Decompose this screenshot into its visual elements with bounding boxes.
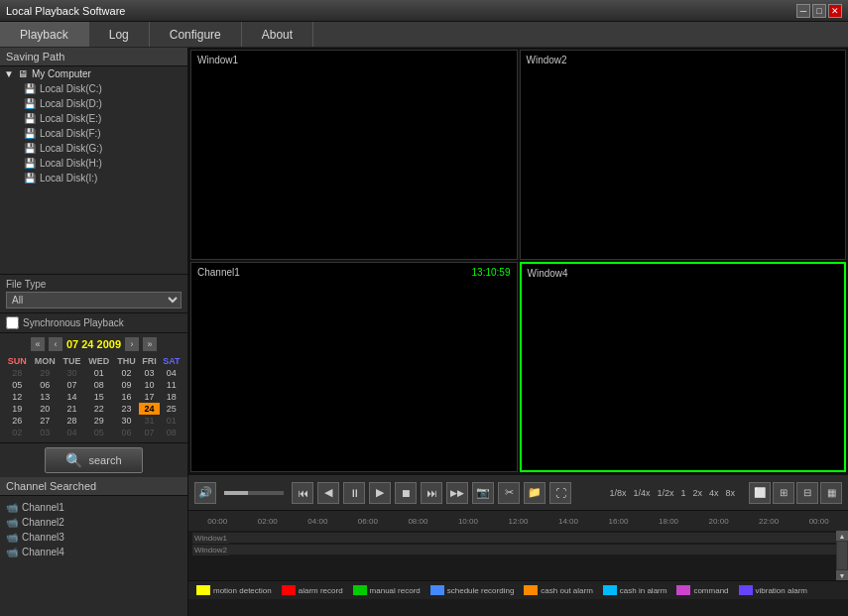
minimize-button[interactable]: ─ — [796, 4, 810, 18]
channel3-item[interactable]: 📹 Channel3 — [6, 530, 182, 545]
layout-quad[interactable]: ⊞ — [773, 482, 794, 504]
menu-log[interactable]: Log — [89, 22, 150, 47]
cal-prev-prev[interactable]: « — [31, 337, 45, 351]
slow-button[interactable]: ▶▶ — [446, 482, 468, 504]
search-button[interactable]: 🔍 search — [45, 447, 142, 473]
clip-button[interactable]: ✂ — [498, 482, 520, 504]
cal-day[interactable]: 16 — [114, 391, 140, 403]
step-forward-button[interactable]: ⏭ — [421, 482, 442, 504]
disk-g[interactable]: 💾 Local Disk(G:) — [0, 141, 187, 156]
cal-day[interactable]: 24 — [139, 403, 159, 415]
cal-day[interactable]: 23 — [114, 403, 140, 415]
cal-day[interactable]: 06 — [114, 427, 140, 438]
cal-prev[interactable]: ‹ — [49, 337, 62, 351]
disk-i[interactable]: 💾 Local Disk(I:) — [0, 171, 187, 185]
video-window4[interactable]: Window4 — [520, 262, 847, 472]
layout-single[interactable]: ⬜ — [749, 482, 771, 504]
cal-day[interactable]: 18 — [160, 391, 183, 403]
disk-d[interactable]: 💾 Local Disk(D:) — [0, 96, 187, 111]
cal-day[interactable]: 21 — [60, 403, 84, 415]
sync-checkbox[interactable] — [6, 316, 19, 329]
layout-nine[interactable]: ⊟ — [796, 482, 818, 504]
cal-day[interactable]: 31 — [139, 415, 159, 427]
cal-day[interactable]: 03 — [139, 367, 159, 379]
disk-h[interactable]: 💾 Local Disk(H:) — [0, 156, 187, 171]
layout-sixteen[interactable]: ▦ — [820, 482, 842, 504]
cal-day[interactable]: 08 — [160, 427, 183, 438]
speed-2[interactable]: 2x — [690, 487, 704, 499]
cal-day[interactable]: 07 — [60, 379, 84, 391]
step-back-button[interactable]: ⏮ — [292, 482, 313, 504]
cal-day[interactable]: 06 — [31, 379, 60, 391]
menu-about[interactable]: About — [242, 22, 313, 47]
volume-icon[interactable]: 🔊 — [194, 482, 216, 504]
cal-day[interactable]: 15 — [84, 391, 113, 403]
stop-button[interactable]: ⏹ — [395, 482, 417, 504]
fullscreen-button[interactable]: ⛶ — [549, 482, 571, 504]
cal-day[interactable]: 05 — [4, 379, 31, 391]
cal-day[interactable]: 03 — [31, 427, 60, 438]
folder-button[interactable]: 📁 — [524, 482, 545, 504]
disk-e[interactable]: 💾 Local Disk(E:) — [0, 111, 187, 126]
video-window1[interactable]: Window1 — [190, 50, 518, 260]
channel4-item[interactable]: 📹 Channel4 — [6, 545, 182, 559]
cal-day[interactable]: 28 — [4, 367, 31, 379]
disk-f[interactable]: 💾 Local Disk(F:) — [0, 126, 187, 141]
video-channel1[interactable]: Channel1 13:10:59 — [190, 262, 518, 472]
cal-day[interactable]: 04 — [60, 427, 84, 438]
maximize-button[interactable]: □ — [812, 4, 826, 18]
cal-day[interactable]: 27 — [31, 415, 60, 427]
scroll-down-button[interactable]: ▼ — [836, 570, 848, 580]
tree-root[interactable]: ▼ 🖥 My Computer — [0, 66, 187, 81]
cal-day[interactable]: 19 — [4, 403, 31, 415]
cal-day[interactable]: 07 — [139, 427, 159, 438]
cal-next[interactable]: › — [125, 337, 139, 351]
cal-day[interactable]: 09 — [114, 379, 140, 391]
cal-day[interactable]: 01 — [84, 367, 113, 379]
snapshot-button[interactable]: 📷 — [472, 482, 494, 504]
speed-1-2[interactable]: 1/2x — [655, 487, 675, 499]
volume-slider[interactable] — [224, 491, 284, 495]
cal-day[interactable]: 26 — [4, 415, 31, 427]
cal-day[interactable]: 02 — [4, 427, 31, 438]
cal-day[interactable]: 30 — [114, 415, 140, 427]
speed-1-4[interactable]: 1/4x — [631, 487, 652, 499]
cal-day[interactable]: 05 — [84, 427, 113, 438]
cal-day[interactable]: 25 — [160, 403, 183, 415]
cal-day[interactable]: 10 — [139, 379, 159, 391]
cal-day[interactable]: 01 — [160, 415, 183, 427]
speed-8[interactable]: 8x — [723, 487, 737, 499]
cal-day[interactable]: 28 — [60, 415, 84, 427]
cal-day[interactable]: 20 — [31, 403, 60, 415]
cal-day[interactable]: 29 — [84, 415, 113, 427]
speed-1[interactable]: 1 — [678, 487, 687, 499]
pause-button[interactable]: ⏸ — [343, 482, 365, 504]
cal-day[interactable]: 04 — [160, 367, 183, 379]
cal-day[interactable]: 12 — [4, 391, 31, 403]
channel2-item[interactable]: 📹 Channel2 — [6, 515, 182, 530]
cal-day[interactable]: 22 — [84, 403, 113, 415]
scroll-up-button[interactable]: ▲ — [836, 531, 848, 541]
timeline-track-window2[interactable]: Window2 — [192, 545, 844, 554]
speed-1-8[interactable]: 1/8x — [607, 487, 628, 499]
cal-day[interactable]: 13 — [31, 391, 60, 403]
disk-c[interactable]: 💾 Local Disk(C:) — [0, 81, 187, 96]
cal-day[interactable]: 14 — [60, 391, 84, 403]
cal-day[interactable]: 08 — [84, 379, 113, 391]
menu-playback[interactable]: Playback — [0, 22, 89, 47]
cal-day[interactable]: 11 — [160, 379, 183, 391]
cal-day[interactable]: 17 — [139, 391, 159, 403]
cal-day[interactable]: 30 — [60, 367, 84, 379]
cal-day[interactable]: 02 — [114, 367, 140, 379]
file-type-select[interactable]: All Video Audio — [6, 292, 182, 308]
channel1-item[interactable]: 📹 Channel1 — [6, 500, 182, 515]
play-button[interactable]: ▶ — [369, 482, 391, 504]
menu-configure[interactable]: Configure — [150, 22, 242, 47]
speed-4[interactable]: 4x — [707, 487, 721, 499]
play-back-button[interactable]: ◀ — [317, 482, 339, 504]
video-window2[interactable]: Window2 — [520, 50, 847, 260]
timeline-scrollbar[interactable]: ▲ ▼ — [836, 531, 848, 580]
timeline-track-window1[interactable]: Window1 — [192, 533, 844, 543]
close-button[interactable]: ✕ — [828, 4, 842, 18]
cal-next-next[interactable]: » — [143, 337, 157, 351]
